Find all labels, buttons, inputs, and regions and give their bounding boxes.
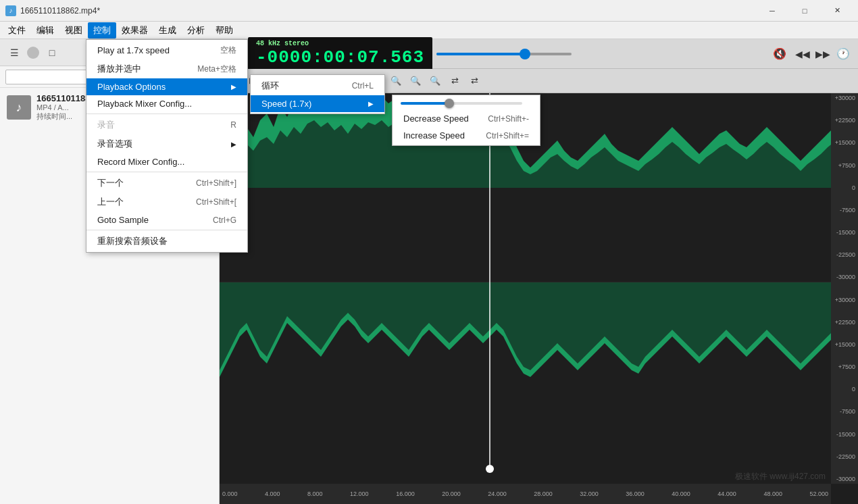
scale-label: +15000 bbox=[831, 341, 858, 348]
scale-label: -22500 bbox=[831, 453, 858, 460]
submenu-decrease-speed-label: Decrease Speed bbox=[403, 114, 469, 124]
square-icon[interactable]: □ bbox=[42, 43, 62, 62]
player-controls: i 48 kHz stereo -0000:00:07.563 🔇 ◀◀ ▶▶ … bbox=[220, 39, 858, 69]
timeline-label: 36.000 bbox=[626, 490, 645, 497]
menu-goto[interactable]: Goto Sample Ctrl+G bbox=[86, 211, 247, 228]
menu-edit[interactable]: 编辑 bbox=[31, 22, 59, 39]
menu-playback-mixer[interactable]: Playback Mixer Config... bbox=[86, 95, 247, 112]
menu-record-options-arrow: ▶ bbox=[231, 141, 236, 148]
menu-icon[interactable]: ☰ bbox=[4, 43, 24, 62]
scale-label: -7500 bbox=[831, 207, 858, 213]
menu-record-mixer[interactable]: Record Mixer Config... bbox=[86, 153, 247, 170]
history-button[interactable]: 🕐 bbox=[834, 45, 853, 64]
speed-slider[interactable] bbox=[401, 102, 522, 105]
timeline-label: 16.000 bbox=[396, 490, 415, 497]
scale-label: +7500 bbox=[831, 162, 858, 169]
menu-effects[interactable]: 效果器 bbox=[116, 22, 153, 39]
volume-slider-container bbox=[436, 53, 766, 55]
wt-toggle-2[interactable]: ⇄ bbox=[465, 72, 483, 90]
menu-control[interactable]: 控制 bbox=[88, 22, 116, 39]
timeline-label: 12.000 bbox=[350, 490, 369, 497]
wt-toggle-1[interactable]: ⇄ bbox=[446, 72, 463, 90]
next-button[interactable]: ▶▶ bbox=[813, 45, 832, 64]
menu-play-sel[interactable]: 播放并选中 Meta+空格 bbox=[86, 59, 247, 78]
menu-playback-options[interactable]: Playback Options ▶ bbox=[86, 78, 247, 95]
submenu-speed[interactable]: Speed (1.7x) ▶ bbox=[251, 95, 384, 112]
menu-play-sel-label: 播放并选中 bbox=[97, 63, 141, 75]
scale-label: -15000 bbox=[831, 229, 858, 236]
scale-label: -22500 bbox=[831, 251, 858, 258]
timeline-label: 0.000 bbox=[222, 490, 238, 497]
scale-label: -30000 bbox=[831, 476, 858, 482]
submenu-decrease-speed[interactable]: Decrease Speed Ctrl+Shift+- bbox=[393, 110, 540, 127]
scale-labels: +30000 +22500 +15000 +7500 0 -7500 -1500… bbox=[831, 93, 858, 484]
app-icon: ♪ bbox=[5, 5, 16, 16]
submenu-loop-shortcut: Ctrl+L bbox=[352, 81, 374, 91]
menu-record: 录音 R bbox=[86, 116, 247, 134]
mute-button[interactable]: 🔇 bbox=[770, 45, 789, 64]
playback-options-submenu: 循环 Ctrl+L Speed (1.7x) ▶ bbox=[250, 74, 385, 114]
scale-label: -30000 bbox=[831, 274, 858, 280]
speed-slider-row bbox=[393, 97, 540, 110]
menu-file[interactable]: 文件 bbox=[3, 22, 31, 39]
menu-play-speed-shortcut: 空格 bbox=[220, 45, 236, 56]
timeline-label: 32.000 bbox=[580, 490, 599, 497]
menu-rescan[interactable]: 重新搜索音频设备 bbox=[86, 232, 247, 251]
menu-next-shortcut: Ctrl+Shift+] bbox=[196, 178, 236, 188]
watermark: 极速软件 www.iji427.com bbox=[735, 471, 826, 482]
menu-generate[interactable]: 生成 bbox=[153, 22, 182, 39]
close-button[interactable]: ✕ bbox=[822, 0, 853, 22]
wt-zoom-fit[interactable]: 🔍 bbox=[387, 72, 405, 90]
maximize-button[interactable]: □ bbox=[789, 0, 820, 22]
menu-divider-1 bbox=[86, 114, 247, 114]
submenu-increase-speed[interactable]: Increase Speed Ctrl+Shift+= bbox=[393, 127, 540, 144]
window-controls: ─ □ ✕ bbox=[757, 0, 853, 22]
menu-help[interactable]: 帮助 bbox=[210, 22, 238, 39]
submenu-increase-speed-shortcut: Ctrl+Shift+= bbox=[486, 131, 529, 141]
speed-submenu: Decrease Speed Ctrl+Shift+- Increase Spe… bbox=[392, 95, 540, 146]
scale-label: +30000 bbox=[831, 297, 858, 303]
record-button[interactable] bbox=[27, 47, 39, 59]
title-bar-left: ♪ 1665110118862.mp4* bbox=[5, 5, 100, 16]
title-bar: ♪ 1665110118862.mp4* ─ □ ✕ bbox=[0, 0, 858, 22]
speed-slider-fill bbox=[401, 102, 448, 105]
svg-point-3 bbox=[486, 465, 494, 473]
prev-button[interactable]: ◀◀ bbox=[793, 45, 812, 64]
minimize-button[interactable]: ─ bbox=[757, 0, 788, 22]
submenu-increase-speed-label: Increase Speed bbox=[403, 130, 465, 141]
waveform-svg bbox=[220, 93, 858, 504]
menu-analyze[interactable]: 分析 bbox=[182, 22, 210, 39]
scale-label: +7500 bbox=[831, 363, 858, 370]
freq-info: 48 kHz stereo bbox=[256, 40, 424, 47]
scale-label: +15000 bbox=[831, 139, 858, 146]
menu-playback-mixer-label: Playback Mixer Config... bbox=[97, 99, 192, 109]
scale-label: +22500 bbox=[831, 319, 858, 326]
menu-playback-options-arrow: ▶ bbox=[231, 83, 236, 91]
menu-goto-shortcut: Ctrl+G bbox=[213, 216, 236, 225]
submenu-loop[interactable]: 循环 Ctrl+L bbox=[251, 76, 384, 95]
volume-thumb[interactable] bbox=[520, 49, 530, 59]
wt-zoom-sel[interactable]: 🔍 bbox=[407, 72, 424, 90]
menu-playback-options-label: Playback Options bbox=[97, 82, 166, 92]
transport-buttons: ◀◀ ▶▶ 🕐 bbox=[793, 45, 853, 64]
menu-prev-label: 上一个 bbox=[97, 196, 124, 208]
submenu-loop-label: 循环 bbox=[261, 80, 279, 92]
scale-label: 0 bbox=[831, 386, 858, 393]
speed-slider-thumb[interactable] bbox=[445, 99, 454, 108]
menu-record-options[interactable]: 录音选项 ▶ bbox=[86, 134, 247, 153]
scale-label: -7500 bbox=[831, 408, 858, 415]
wt-zoom-full[interactable]: 🔍 bbox=[426, 72, 444, 90]
timeline-label: 24.000 bbox=[488, 490, 507, 497]
menu-prev[interactable]: 上一个 Ctrl+Shift+[ bbox=[86, 193, 247, 211]
volume-track[interactable] bbox=[436, 53, 572, 55]
scale-label: 0 bbox=[831, 184, 858, 191]
menu-play-speed-label: Play at 1.7x speed bbox=[97, 45, 170, 55]
timeline-label: 44.000 bbox=[717, 490, 736, 497]
menu-view[interactable]: 视图 bbox=[59, 22, 88, 39]
menu-play-speed[interactable]: Play at 1.7x speed 空格 bbox=[86, 41, 247, 59]
menu-next-label: 下一个 bbox=[97, 177, 124, 189]
menu-play-sel-shortcut: Meta+空格 bbox=[197, 64, 236, 75]
menu-next[interactable]: 下一个 Ctrl+Shift+] bbox=[86, 174, 247, 193]
menu-record-shortcut: R bbox=[230, 120, 236, 130]
submenu-decrease-speed-shortcut: Ctrl+Shift+- bbox=[488, 114, 529, 124]
